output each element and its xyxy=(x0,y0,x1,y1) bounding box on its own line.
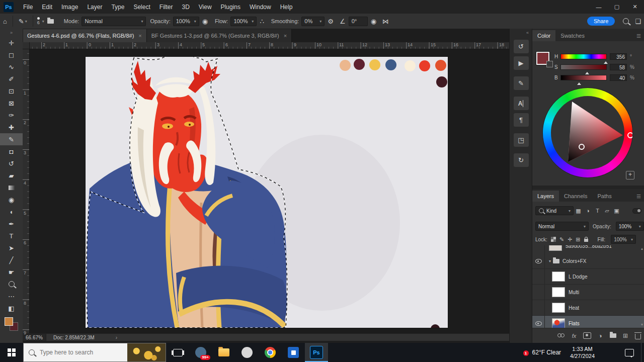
symmetry-icon[interactable]: ⋈ xyxy=(382,18,389,25)
layer-visibility-toggle[interactable] xyxy=(532,300,545,315)
tab-close-icon[interactable]: × xyxy=(284,33,287,39)
slider-marker[interactable] xyxy=(577,80,581,85)
actions-panel-icon[interactable]: ▶ xyxy=(514,56,529,70)
brush-tool-icon[interactable]: ✎▾ xyxy=(19,18,27,25)
workspace-switcher-icon[interactable]: ❏ xyxy=(635,18,641,25)
layer-thumbnail[interactable] xyxy=(549,245,562,251)
layer-effects-icon[interactable]: fx xyxy=(571,333,578,339)
action-center-icon[interactable] xyxy=(625,349,634,356)
blue-app-button[interactable] xyxy=(282,343,305,362)
home-icon[interactable]: ⌂ xyxy=(3,18,7,25)
slider-marker[interactable] xyxy=(585,70,589,74)
search-icon[interactable] xyxy=(623,18,629,24)
move-tool[interactable]: ✛ xyxy=(0,37,23,49)
search-input[interactable] xyxy=(39,348,121,356)
hue-value-field[interactable]: 356 xyxy=(610,53,627,60)
app-light-button[interactable] xyxy=(235,343,259,362)
layer-visibility-toggle[interactable] xyxy=(532,316,545,328)
lock-transparency-icon[interactable] xyxy=(551,237,556,242)
filter-toggle[interactable] xyxy=(632,208,641,214)
horizontal-ruler[interactable]: 2 1 0 1 2 3 4 5 6 7 8 9 10 11 12 13 14 1… xyxy=(29,42,509,49)
menu-window[interactable]: Window xyxy=(245,0,276,14)
frame-tool[interactable]: ⊠ xyxy=(0,97,23,109)
saturation-slider[interactable] xyxy=(560,64,607,70)
menu-filter[interactable]: Filter xyxy=(155,0,178,14)
brightness-slider[interactable] xyxy=(560,75,607,80)
history-panel-icon[interactable]: ↺ xyxy=(514,40,529,53)
layer-blend-mode-dropdown[interactable]: Normal xyxy=(535,222,589,231)
brush-angle-field[interactable]: 0° xyxy=(349,17,368,26)
layer-visibility-toggle[interactable] xyxy=(532,269,545,284)
photoshop-taskbar-button[interactable]: Ps xyxy=(305,343,328,362)
scroll-down-icon[interactable]: ▾ xyxy=(641,322,643,327)
saturation-brightness-triangle[interactable] xyxy=(543,88,632,177)
flow-dropdown[interactable]: 100% xyxy=(230,17,257,26)
ruler-origin[interactable] xyxy=(23,42,30,49)
crop-tool[interactable]: ⊡ xyxy=(0,85,23,97)
blur-tool[interactable]: ◉ xyxy=(0,194,23,206)
slider-marker[interactable] xyxy=(604,59,608,64)
menu-edit[interactable]: Edit xyxy=(37,0,57,14)
adjustment-layer-icon[interactable]: ◑ xyxy=(597,332,604,339)
scroll-up-icon[interactable]: ▴ xyxy=(641,246,643,251)
clone-stamp-tool[interactable]: ◘ xyxy=(0,145,23,157)
airbrush-icon[interactable]: ∴ xyxy=(260,18,264,25)
pressure-size-icon[interactable]: ◉ xyxy=(371,18,376,25)
layer-thumbnail[interactable] xyxy=(552,303,565,313)
menu-help[interactable]: Help xyxy=(276,0,297,14)
character-panel-icon[interactable]: A xyxy=(514,97,529,110)
zoom-level-field[interactable]: 66.67% xyxy=(23,334,46,341)
pressure-opacity-icon[interactable]: ◉ xyxy=(202,18,208,25)
delete-layer-icon[interactable] xyxy=(634,332,641,339)
menu-select[interactable]: Select xyxy=(129,0,154,14)
toolbar-expand-icon[interactable]: » xyxy=(0,29,23,37)
color-wheel[interactable] xyxy=(543,88,632,177)
menu-type[interactable]: Type xyxy=(107,0,129,14)
layer-fill-dropdown[interactable]: 100% xyxy=(611,235,636,244)
tab-close-icon[interactable]: × xyxy=(138,33,141,39)
new-layer-icon[interactable]: ⊞ xyxy=(622,332,629,339)
layer-row[interactable]: L Dodge xyxy=(532,269,644,285)
new-group-icon[interactable] xyxy=(609,333,616,338)
menu-3d[interactable]: 3D xyxy=(177,0,194,14)
layer-mask-icon[interactable] xyxy=(583,332,591,339)
menu-plugins[interactable]: Plugins xyxy=(216,0,245,14)
layer-visibility-toggle[interactable] xyxy=(532,285,545,300)
brush-preset-picker[interactable]: 6 xyxy=(37,17,40,25)
lasso-tool[interactable]: ∿ xyxy=(0,61,23,73)
panel-menu-icon[interactable]: ☰ xyxy=(636,33,644,41)
history-brush-tool[interactable]: ↺ xyxy=(0,157,23,169)
clock[interactable]: 1:33 AM 4/27/2024 xyxy=(570,345,595,359)
add-swatch-button[interactable]: + xyxy=(626,171,634,179)
brush-settings-panel-icon[interactable]: ✎ xyxy=(514,76,529,90)
saturation-value-field[interactable]: 58 xyxy=(610,64,627,70)
lock-all-icon[interactable] xyxy=(584,239,588,242)
rotate-view-panel-icon[interactable]: ↻ xyxy=(514,153,529,167)
eyedropper-tool[interactable]: ✑ xyxy=(0,109,23,121)
tab-paths[interactable]: Paths xyxy=(593,191,617,202)
gradient-tool[interactable] xyxy=(0,182,23,194)
panel-menu-icon[interactable]: ☰ xyxy=(636,194,644,202)
filter-smart-object-icon[interactable]: ▣ xyxy=(612,208,621,214)
tab-color[interactable]: Color xyxy=(532,30,555,41)
layer-row[interactable]: Heat xyxy=(532,300,644,316)
filter-pixel-icon[interactable]: ▦ xyxy=(574,208,583,214)
doc-tab-active[interactable]: Gestures 4-6.psd @ 66.7% (Flats, RGB/8#)… xyxy=(23,29,147,42)
share-button[interactable]: Share xyxy=(587,17,615,26)
healing-brush-tool[interactable]: ✚ xyxy=(0,121,23,133)
hand-tool[interactable]: ☛ xyxy=(0,266,23,278)
maximize-icon[interactable]: ▢ xyxy=(608,0,626,14)
taskbar-search[interactable] xyxy=(23,343,166,362)
lock-paint-icon[interactable]: ✎ xyxy=(559,236,564,243)
lock-artboard-icon[interactable]: ⊞ xyxy=(576,236,580,243)
hue-slider[interactable] xyxy=(560,54,607,59)
smoothing-gear-icon[interactable]: ⚙ xyxy=(328,18,334,25)
quick-selection-tool[interactable]: ✐ xyxy=(0,73,23,85)
layer-row-selected[interactable]: Flats xyxy=(532,316,644,328)
menu-view[interactable]: View xyxy=(194,0,216,14)
eraser-tool[interactable]: ▰ xyxy=(0,169,23,182)
layer-row[interactable]: 5a9d0035...8ba2b51 xyxy=(532,245,644,253)
zoom-tool[interactable] xyxy=(0,278,23,290)
weather-widget[interactable]: 62°F Clear xyxy=(532,349,561,356)
group-expand-icon[interactable]: ▾ xyxy=(549,259,551,263)
